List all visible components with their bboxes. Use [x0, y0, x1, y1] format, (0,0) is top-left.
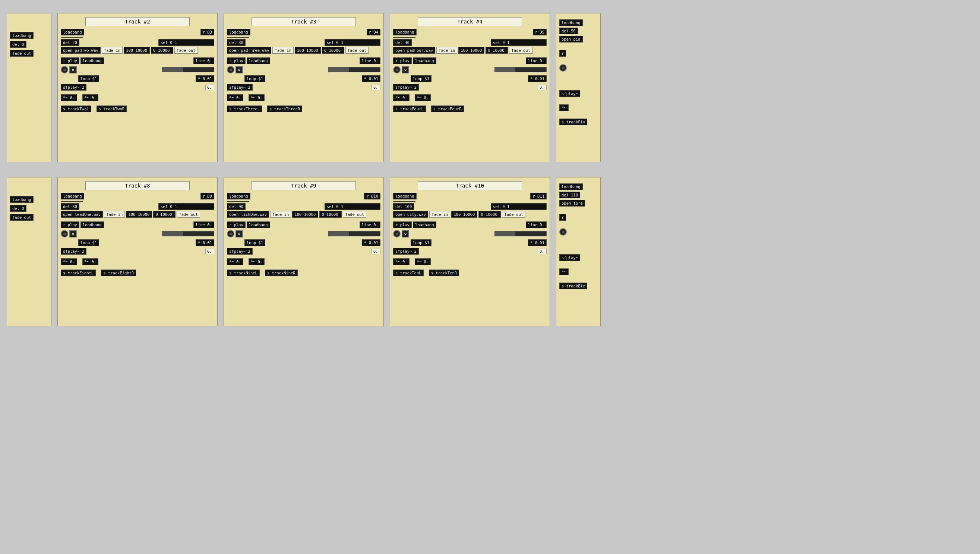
bang1-t8[interactable]: [61, 230, 68, 238]
row-loop-mult-t10: loop $1 * 0.01: [393, 239, 547, 246]
track-row-1: loadbang del 0 fade out Track #2 loadban…: [4, 8, 976, 168]
del-t4: del 40: [393, 39, 412, 46]
mult-t8: * 0.01: [196, 239, 214, 246]
send-r-t9: s trackNineR: [265, 270, 298, 276]
mult3-t3: *~ 0.: [248, 94, 265, 101]
toggle-t9[interactable]: ✕: [235, 230, 243, 238]
mult-partial-rb: *~: [559, 268, 569, 275]
del-t2: del 20: [61, 39, 80, 46]
open-t8: open leadOne.wav: [61, 211, 103, 218]
hslider-t10[interactable]: [495, 231, 547, 236]
hslider-t9[interactable]: [328, 231, 380, 236]
bang-partial-rb[interactable]: [559, 228, 567, 236]
send-r-t4: s trackFourR: [431, 105, 464, 112]
send-l-t9: s trackNineL: [227, 270, 260, 276]
wire-t9: [227, 201, 249, 202]
loadbang-t4: loadbang: [393, 29, 417, 35]
mult2-t3: *~ 0.: [227, 94, 243, 101]
row-rplay-lb-line-t2: r play loadbang line 0.: [61, 57, 214, 64]
toggle-t3[interactable]: ✕: [235, 66, 243, 73]
bang1-t4[interactable]: [393, 66, 401, 73]
sel-t9: sel 0 1: [325, 203, 380, 210]
open-partial-rb: open fore: [559, 200, 585, 206]
bang1-t10[interactable]: [393, 230, 401, 238]
partial-panel-left-bottom: loadbang del 0 fade out: [7, 177, 51, 326]
spacer-t2: [61, 55, 214, 56]
r-play-t3: r play: [227, 57, 245, 64]
loop-t4: loop $1: [410, 75, 431, 82]
loop-t2: loop $1: [78, 75, 99, 82]
fade-params2-t8: 0 10000: [153, 211, 175, 218]
row-loadbang-r-t4: loadbang r D5: [393, 29, 547, 35]
sel-t10: sel 0 1: [491, 203, 547, 210]
r-play-t4: r play: [393, 57, 412, 64]
mult3-t10: *~ 0.: [415, 259, 431, 265]
hslider-t4[interactable]: [495, 67, 547, 72]
del-partial-rt: del 50: [559, 27, 578, 34]
bang1-t9[interactable]: [227, 230, 234, 238]
hslider-t2[interactable]: [162, 67, 214, 72]
sfplay-t3: sfplay~ 2: [227, 84, 253, 91]
track-4-panel: Track #4 loadbang r D5 del 40 sel 0 1 op…: [390, 13, 550, 162]
fade-params1-t2: 100 10000: [124, 47, 150, 54]
bang1-t3[interactable]: [227, 66, 234, 73]
fade-params1-t8: 100 10000: [126, 211, 152, 218]
row-sfplay-num-t2: sfplay~ 2 0.: [61, 84, 214, 91]
line-t9: line 0.: [360, 222, 380, 228]
row-send-t8: s trackEightL s trackEightR: [61, 270, 214, 276]
sel-t8: sel 0 1: [158, 203, 214, 210]
wire-t3: [227, 37, 249, 38]
toggle-t4[interactable]: ✕: [402, 66, 409, 73]
wire-1-t2: [61, 37, 83, 38]
row-mult-t9: *~ 0. *~ 0.: [227, 259, 380, 265]
toggle-t8[interactable]: ✕: [69, 230, 77, 238]
main-canvas: loadbang del 0 fade out Track #2 loadban…: [0, 0, 980, 554]
row-open-fade-t2: open padTwo.wav fade in 100 10000 0 1000…: [61, 47, 214, 54]
send-r-t8: s trackEightR: [101, 270, 136, 276]
title-row-t8: Track #8: [61, 181, 214, 190]
mult2-t9: *~ 0.: [227, 259, 243, 265]
r-partial-rb: r: [559, 214, 566, 221]
hslider-t3[interactable]: [328, 67, 380, 72]
mult3-t8: *~ 0.: [82, 259, 99, 265]
line-t8: line 0.: [193, 222, 214, 228]
row-send-t2: s trackTwoL s trackTwoR: [61, 105, 214, 112]
row-bangs-slider-t4: ✕: [393, 66, 547, 73]
fade-in-t4: fade in: [436, 47, 457, 54]
row-loadbang-r-t2: loadbang r D3: [61, 29, 214, 35]
spacer2-t2: [61, 92, 214, 93]
row-bangs-slider-t3: ✕: [227, 66, 380, 73]
row-open-fade-t4: open padFour.wav fade in 100 10000 0 100…: [393, 47, 547, 54]
track-row-2: loadbang del 0 fade out Track #8 loadban…: [4, 171, 976, 332]
mult-t9: * 0.01: [362, 239, 380, 246]
row-open-fade-t3: open padThree.wav fade in 100 10000 0 10…: [227, 47, 380, 54]
track-10-panel: Track #10 loadbang r D11 del 100 sel 0 1…: [390, 177, 550, 326]
fade-params2-t9: 0 10000: [319, 211, 342, 218]
row-sfplay-num-t8: sfplay~ 2 0.: [61, 248, 214, 255]
row-sfplay-num-t4: sfplay~ 2 0.: [393, 84, 547, 91]
mult3-t2: *~ 0.: [82, 94, 99, 101]
sfplay-t2: sfplay~ 2: [61, 84, 86, 91]
sfplay-t4: sfplay~ 2: [393, 84, 419, 91]
toggle-t10[interactable]: ✕: [402, 230, 409, 238]
row-mult-t8: *~ 0. *~ 0.: [61, 259, 214, 265]
toggle-t2[interactable]: ✕: [69, 66, 77, 73]
r-d4: r D4: [367, 29, 380, 35]
sfplay-partial-rb: sfplay~: [559, 254, 580, 261]
partial-panel-left-top: loadbang del 0 fade out: [7, 13, 51, 162]
mult-partial-rt: *~: [559, 104, 569, 111]
row-mult-t3: *~ 0. *~ 0.: [227, 94, 380, 101]
wire-t8: [61, 201, 83, 202]
loadbang-t9: loadbang: [227, 193, 250, 200]
bang-partial-rt[interactable]: [559, 64, 567, 72]
send-l-t4: s trackFourL: [393, 105, 426, 112]
row-bangs-slider-t9: ✕: [227, 230, 380, 238]
numbox-t3: 0.: [372, 85, 380, 90]
hslider-t8[interactable]: [162, 231, 214, 236]
title-row-t3: Track #3: [227, 17, 380, 26]
send-r-t2: s trackTwoR: [97, 105, 127, 112]
fade-in-t3: fade in: [272, 47, 293, 54]
bang1-t2[interactable]: [61, 66, 68, 73]
row-loop-mult-t3: loop $1 * 0.01: [227, 75, 380, 82]
row-open-fade-t9: open lickOne.wav fade in 100 10000 0 100…: [227, 211, 380, 218]
